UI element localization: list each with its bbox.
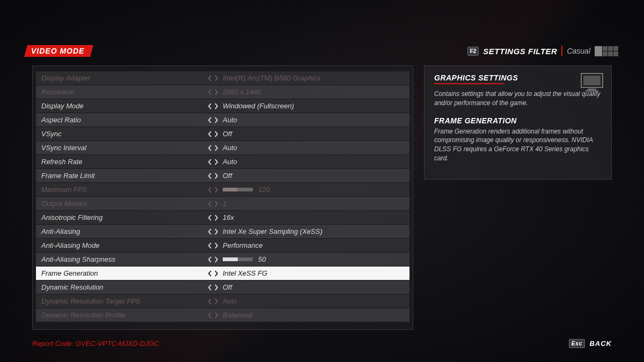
info-section1-title: GRAPHICS SETTINGS xyxy=(434,73,602,82)
setting-label: Display Mode xyxy=(41,102,208,110)
setting-value: Balanced xyxy=(223,311,404,319)
setting-value: Windowed (Fullscreen) xyxy=(223,102,404,110)
setting-row[interactable]: Anti-Aliasing ModePerformance xyxy=(36,239,409,252)
main-area: Display AdapterIntel(R) Arc(TM) B580 Gra… xyxy=(32,65,612,330)
setting-row: Output Monitor1 xyxy=(36,197,409,210)
info-underline xyxy=(434,83,504,84)
footer: Report Code: GVEC-VPTC-MJXD-DJGC Esc BAC… xyxy=(32,339,612,348)
info-panel: GRAPHICS SETTINGS Contains settings that… xyxy=(424,65,612,180)
setting-label: VSync xyxy=(41,130,208,138)
setting-value: Intel XeSS FG xyxy=(223,269,404,277)
setting-label: Frame Generation xyxy=(41,269,208,277)
setting-label: Anti-Aliasing xyxy=(41,227,208,235)
chevron-left-right-icon xyxy=(208,75,218,82)
setting-row: Display AdapterIntel(R) Arc(TM) B580 Gra… xyxy=(36,71,409,85)
setting-value: Off xyxy=(223,172,404,180)
slider-fill xyxy=(223,188,237,191)
setting-label: Anisotropic Filtering xyxy=(41,213,208,221)
setting-row[interactable]: Frame GenerationIntel XeSS FG xyxy=(36,267,409,280)
chevron-left-right-icon[interactable] xyxy=(208,270,218,277)
setting-value: Performance xyxy=(223,241,404,249)
chevron-left-right-icon xyxy=(208,312,218,319)
chevron-left-right-icon[interactable] xyxy=(208,228,218,235)
setting-row[interactable]: VSyncOff xyxy=(36,127,409,141)
monitor-icon xyxy=(580,72,604,93)
setting-label: Maximum FPS xyxy=(41,186,208,194)
setting-row[interactable]: VSync IntervalAuto xyxy=(36,141,409,154)
setting-value: Off xyxy=(223,283,404,291)
setting-value: 1 xyxy=(223,200,404,208)
setting-value: Intel(R) Arc(TM) B580 Graphics xyxy=(223,74,404,82)
setting-row: Resolution2560 x 1440 xyxy=(36,85,409,99)
setting-value: Intel Xe Super Sampling (XeSS) xyxy=(223,227,404,235)
setting-label: Anti-Aliasing Mode xyxy=(41,241,208,249)
setting-row[interactable]: Anti-Aliasing Sharpness50 xyxy=(36,253,409,266)
settings-filter[interactable]: F2 SETTINGS FILTER Casual xyxy=(467,46,618,56)
filter-value: Casual xyxy=(567,47,590,55)
svg-rect-1 xyxy=(583,76,601,85)
chevron-left-right-icon[interactable] xyxy=(208,284,218,291)
chevron-left-right-icon[interactable] xyxy=(208,242,218,249)
setting-label: Dynamic Resolution Target FPS xyxy=(41,297,208,305)
setting-row[interactable]: Frame Rate LimitOff xyxy=(36,169,409,182)
setting-label: VSync Interval xyxy=(41,144,208,152)
setting-row[interactable]: Anisotropic Filtering16x xyxy=(36,211,409,224)
back-button[interactable]: Esc BACK xyxy=(569,339,612,348)
setting-row: Dynamic Resolution Target FPSAuto xyxy=(36,294,409,308)
video-mode-badge: VIDEO MODE xyxy=(24,45,93,57)
slider-track[interactable] xyxy=(223,257,253,261)
f2-key-hint: F2 xyxy=(467,47,479,56)
top-bar: VIDEO MODE F2 SETTINGS FILTER Casual xyxy=(26,44,618,58)
report-code: Report Code: GVEC-VPTC-MJXD-DJGC xyxy=(32,339,159,348)
setting-label: Dynamic Resolution xyxy=(41,283,208,291)
info-section2-title: FRAME GENERATION xyxy=(434,116,602,125)
settings-panel: Display AdapterIntel(R) Arc(TM) B580 Gra… xyxy=(32,65,413,330)
setting-row[interactable]: Aspect RatioAuto xyxy=(36,113,409,127)
setting-row[interactable]: Anti-AliasingIntel Xe Super Sampling (Xe… xyxy=(36,225,409,238)
chevron-left-right-icon[interactable] xyxy=(208,117,218,123)
chevron-left-right-icon xyxy=(208,89,218,95)
setting-value: Auto xyxy=(223,116,404,124)
chevron-left-right-icon[interactable] xyxy=(208,173,218,179)
chevron-left-right-icon[interactable] xyxy=(208,131,218,137)
chevron-left-right-icon xyxy=(208,187,218,193)
setting-value: Auto xyxy=(223,144,404,152)
setting-label: Refresh Rate xyxy=(41,158,208,166)
info-section2-text: Frame Generation renders additional fram… xyxy=(434,127,602,163)
chevron-left-right-icon[interactable] xyxy=(208,145,218,151)
setting-value: Auto xyxy=(223,158,404,166)
slider-fill xyxy=(223,257,238,261)
chevron-left-right-icon xyxy=(208,201,218,207)
setting-row[interactable]: Display ModeWindowed (Fullscreen) xyxy=(36,99,409,113)
setting-label: Aspect Ratio xyxy=(41,116,208,124)
filter-divider xyxy=(561,46,562,56)
setting-value: 120 xyxy=(258,186,404,194)
setting-row: Dynamic Resolution ProfileBalanced xyxy=(36,308,409,322)
report-code-value: GVEC-VPTC-MJXD-DJGC xyxy=(76,339,159,348)
chevron-left-right-icon[interactable] xyxy=(208,159,218,165)
setting-row: Maximum FPS120 xyxy=(36,183,409,196)
report-label: Report Code: xyxy=(32,339,74,348)
filter-grid-icon xyxy=(595,46,618,56)
setting-label: Display Adapter xyxy=(41,74,208,82)
slider-track xyxy=(223,188,253,191)
setting-value: 50 xyxy=(258,255,404,263)
esc-key-hint: Esc xyxy=(569,339,586,348)
back-label: BACK xyxy=(589,339,612,348)
video-mode-label: VIDEO MODE xyxy=(31,47,84,55)
chevron-left-right-icon[interactable] xyxy=(208,256,218,263)
setting-value: Off xyxy=(223,130,404,138)
chevron-left-right-icon xyxy=(208,298,218,305)
setting-row[interactable]: Refresh RateAuto xyxy=(36,155,409,168)
chevron-left-right-icon[interactable] xyxy=(208,103,218,109)
filter-label: SETTINGS FILTER xyxy=(483,47,557,56)
setting-label: Output Monitor xyxy=(41,200,208,208)
svg-rect-2 xyxy=(588,88,596,90)
setting-value: Auto xyxy=(223,297,404,305)
svg-rect-3 xyxy=(586,90,598,92)
setting-value: 16x xyxy=(223,213,404,221)
chevron-left-right-icon[interactable] xyxy=(208,215,218,221)
setting-row[interactable]: Dynamic ResolutionOff xyxy=(36,280,409,294)
setting-value: 2560 x 1440 xyxy=(223,88,404,96)
info-section1-text: Contains settings that allow you to adju… xyxy=(434,90,602,108)
